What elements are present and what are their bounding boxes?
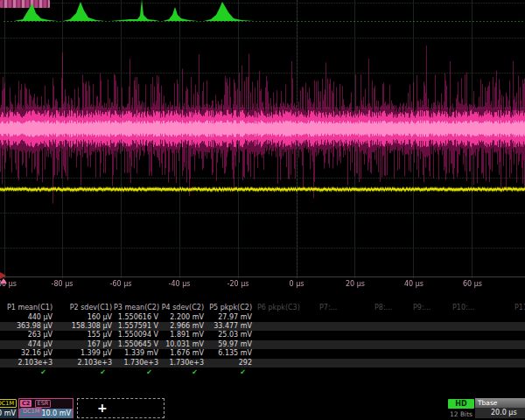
measurement-min-cell: 263 µV	[0, 331, 54, 340]
measurement-min-cell: 25.03 mV	[206, 331, 254, 340]
measurement-header[interactable]: P1 mean(C1)	[0, 304, 54, 312]
time-axis-label: -20 µs	[228, 280, 249, 288]
measurement-mean-cell: 1.557591 V	[114, 322, 160, 331]
time-axis-label: 20 µs	[346, 280, 365, 288]
status-check-icon: ✔	[54, 368, 114, 376]
c1-coupling-badge: DC1M	[0, 399, 17, 408]
measurement-header[interactable]: P5 pkpk(C2)	[206, 304, 254, 312]
plus-icon: +	[97, 401, 108, 415]
measurement-max-cell: 59.97 mV	[206, 340, 254, 349]
measurement-mean-cell: 158.308 µV	[54, 322, 114, 331]
measurement-value-cell: 1.550616 V	[114, 313, 160, 322]
measurement-num-cell: 292	[206, 359, 254, 368]
measurement-max-cell: 474 µV	[0, 340, 54, 349]
measurement-max-cell: 1.550645 V	[114, 340, 160, 349]
status-check-icon: ✔	[0, 368, 54, 376]
measurement-value-cell: 27.97 mV	[206, 313, 254, 322]
channel-c2-descriptor[interactable]: C2 ESR DC1M 10.0 mV	[18, 398, 74, 418]
measurement-header-unused[interactable]: P11	[514, 304, 525, 312]
measurement-value-cell: 160 µV	[54, 313, 114, 322]
measurement-min-cell: 155 µV	[54, 331, 114, 340]
graticule-border	[0, 276, 525, 277]
time-axis-label: -80 µs	[52, 280, 74, 288]
measurement-num-cell: 2.103e+3	[0, 359, 54, 368]
measurement-header-unused[interactable]: P8:...	[374, 304, 392, 312]
status-check-icon: ✔	[114, 368, 160, 376]
c2-coupling-badge: DC1M	[20, 408, 42, 416]
measurement-header[interactable]: P2 sdev(C1)	[54, 304, 114, 312]
time-axis-label: 60 µs	[463, 280, 482, 288]
measurement-value-cell: 2.200 mV	[160, 313, 206, 322]
status-check-icon: ✔	[206, 368, 254, 376]
time-axis-label: -100 µs	[0, 280, 17, 288]
measurement-header-unused[interactable]: P7:...	[319, 304, 337, 312]
measurement-min-cell: 1.891 mV	[160, 331, 206, 340]
measurement-sdev-cell: 1.399 µV	[54, 349, 114, 358]
time-axis-label: 0 µs	[290, 280, 304, 288]
waveform-display[interactable]	[0, 0, 525, 278]
time-axis-label: -60 µs	[110, 280, 132, 288]
channel-c1-descriptor[interactable]: DC1M 10.0 mV	[0, 398, 18, 418]
measurement-mean-cell: 2.966 mV	[160, 322, 206, 331]
measurement-sdev-cell: 6.135 mV	[206, 349, 254, 358]
measurement-num-cell: 1.730e+3	[160, 359, 206, 368]
measurement-sdev-cell: 1.339 mV	[114, 349, 160, 358]
measurement-sdev-cell: 32.16 µV	[0, 349, 54, 358]
measurement-histicons[interactable]	[0, 0, 525, 24]
hd-mode-badge[interactable]: HD	[448, 399, 474, 409]
measurement-num-cell: 2.103e+3	[54, 359, 114, 368]
time-axis-label: 40 µs	[404, 280, 424, 288]
measurement-mean-cell: 363.98 µV	[0, 322, 54, 331]
status-check-icon: ✔	[160, 368, 206, 376]
measurement-min-cell: 1.550094 V	[114, 331, 160, 340]
measurement-header[interactable]: P3 mean(C2)	[114, 304, 160, 312]
timebase-title: Tbase	[475, 398, 525, 408]
measurement-mean-cell: 33.477 mV	[206, 322, 254, 331]
timebase-value: 20.0 µs	[475, 408, 525, 418]
measurement-max-cell: 167 µV	[54, 340, 114, 349]
c1-volts-per-div: 10.0 mV	[0, 409, 18, 418]
measurement-sdev-cell: 1.676 mV	[160, 349, 206, 358]
hd-bits-label: 12 Bits	[443, 410, 480, 418]
measurement-max-cell: 10.031 mV	[160, 340, 206, 349]
time-axis-label: -40 µs	[169, 280, 191, 288]
measurement-header-unused[interactable]: P6 pkpk(C3)	[257, 304, 300, 312]
timebase-descriptor[interactable]: Tbase 20.0 µs	[475, 398, 525, 418]
c2-channel-badge: C2	[20, 400, 32, 407]
measurement-num-cell: 1.730e+3	[114, 359, 160, 368]
measurement-value-cell: 440 µV	[0, 313, 54, 322]
measurement-header-unused[interactable]: P10:...	[452, 304, 474, 312]
measurement-header-unused[interactable]: P9:...	[413, 304, 430, 312]
measurement-header[interactable]: P4 sdev(C2)	[160, 304, 206, 312]
add-trace-button[interactable]: +	[77, 398, 164, 418]
c2-esr-badge: ESR	[35, 400, 52, 408]
